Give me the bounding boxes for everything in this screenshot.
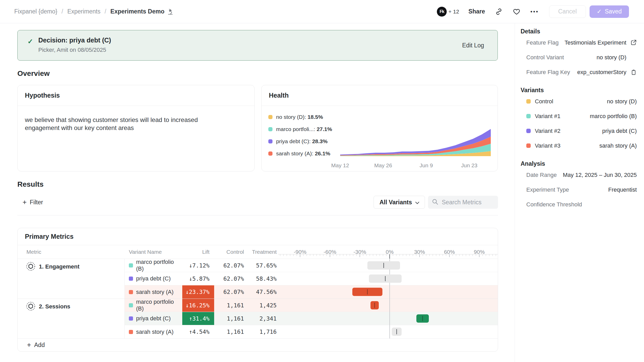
primary-metrics-card: Primary Metrics Metric Variant Name Lift… xyxy=(17,228,498,352)
confidence-interval-bar xyxy=(352,288,382,296)
detail-value: Testimonials Experiment xyxy=(565,39,626,46)
control-value-cell: 1,161 xyxy=(214,312,246,325)
add-metric-button[interactable]: + Add xyxy=(18,338,498,351)
saved-button[interactable]: ✓ Saved xyxy=(590,5,629,18)
search-input[interactable] xyxy=(441,199,493,206)
add-filter-button[interactable]: + Filter xyxy=(23,199,43,206)
metric-group: 2. Sessionsmarco portfolio (B)↓16.25%1,1… xyxy=(18,299,498,338)
confidence-interval-marker xyxy=(383,263,384,268)
table-row[interactable]: priya debt (C)↑31.4%1,1612,341 xyxy=(125,312,498,325)
results-toolbar: + Filter All Variants xyxy=(17,196,498,209)
variant-name-cell: priya debt (C) xyxy=(125,312,182,325)
treatment-value-cell: 58.43% xyxy=(246,272,278,285)
column-header-variant: Variant Name xyxy=(125,245,182,259)
legend-swatch xyxy=(268,127,272,131)
axis-tick-label: -90% xyxy=(294,249,306,255)
favorite-heart-icon[interactable] xyxy=(513,8,521,16)
variant-color-chip xyxy=(526,114,531,118)
confidence-interval-cell xyxy=(278,272,498,285)
external-link-icon[interactable] xyxy=(626,39,637,46)
confidence-interval-cell xyxy=(278,299,498,312)
detail-value: no story (D) xyxy=(597,54,626,61)
lift-cell: ↓5.87% xyxy=(182,272,214,285)
analysis-heading: Analysis xyxy=(521,160,637,168)
share-button[interactable]: Share xyxy=(468,8,485,15)
breadcrumb-item[interactable]: Experiments xyxy=(67,8,101,15)
avatar[interactable]: Fk xyxy=(437,7,447,17)
column-header-control: Control xyxy=(214,245,246,259)
confidence-interval-marker xyxy=(367,289,368,294)
lift-cell: ↑4.54% xyxy=(182,325,214,338)
variant-label: Control xyxy=(535,98,553,105)
health-area-chart: May 12May 26Jun 9Jun 23 xyxy=(340,106,491,170)
treatment-value-cell: 1,716 xyxy=(246,325,278,338)
variant-name: marco portfolio (B) xyxy=(136,299,182,312)
table-row[interactable]: priya debt (C)↓5.87%62.07%58.43% xyxy=(125,272,498,285)
confidence-interval-cell xyxy=(278,285,498,299)
control-value-cell: 62.07% xyxy=(214,272,246,285)
variant-name: sarah story (A) xyxy=(136,329,173,335)
variant-value: priya debt (C) xyxy=(602,128,637,134)
overview-heading: Overview xyxy=(17,69,498,78)
breadcrumb-separator: / xyxy=(104,8,106,15)
copy-icon[interactable] xyxy=(626,69,637,75)
metric-cell[interactable]: 2. Sessions xyxy=(18,299,125,338)
confidence-interval-cell xyxy=(278,325,498,338)
variant-name-cell: priya debt (C) xyxy=(125,272,182,285)
confidence-interval-bar xyxy=(370,301,379,309)
decision-check-icon: ✓ xyxy=(27,38,33,46)
divider xyxy=(17,215,498,215)
treatment-value-cell: 1,425 xyxy=(246,299,278,312)
variant-name-cell: marco portfolio (B) xyxy=(125,259,182,272)
decision-banner: ✓ Decision: priya debt (C) Picker, Amit … xyxy=(17,30,498,61)
variant-color-chip xyxy=(129,316,133,321)
confidence-interval-cell xyxy=(278,312,498,325)
metric-cell[interactable]: 1. Engagement xyxy=(18,259,125,299)
variant-name-cell: sarah story (A) xyxy=(125,325,182,338)
table-row[interactable]: sarah story (A)↓23.37%62.07%47.56% xyxy=(125,285,498,299)
table-row[interactable]: marco portfolio (B)↓7.12%62.07%57.65% xyxy=(125,259,498,272)
variant-filter-dropdown[interactable]: All Variants xyxy=(374,196,425,209)
variant-color-chip xyxy=(526,129,531,133)
variant-name-cell: sarah story (A) xyxy=(125,285,182,299)
collaborator-count[interactable]: + 12 xyxy=(448,9,459,15)
table-row[interactable]: marco portfolio (B)↓16.25%1,1611,425 xyxy=(125,299,498,312)
confidence-interval-cell xyxy=(278,259,498,272)
chevron-down-icon xyxy=(415,199,419,206)
metric-group: 1. Engagementmarco portfolio (B)↓7.12%62… xyxy=(18,259,498,299)
detail-value: exp_customerStory xyxy=(577,69,626,76)
variant-name-cell: marco portfolio (B) xyxy=(125,299,182,312)
health-legend: no story (D): 18.5%marco portfoli...: 27… xyxy=(268,106,337,170)
copy-link-icon[interactable] xyxy=(495,8,503,16)
axis-tick-label: -60% xyxy=(324,249,336,255)
variant-name: priya debt (C) xyxy=(136,315,171,322)
metric-name: 2. Sessions xyxy=(39,301,70,338)
health-title: Health xyxy=(262,85,498,106)
confidence-interval-bar xyxy=(369,274,402,283)
cancel-button[interactable]: Cancel xyxy=(549,5,586,18)
variants-section: Variants Controlno story (D)Variant #1ma… xyxy=(521,86,637,153)
breadcrumb-item[interactable]: Experiments Demo xyxy=(110,8,174,15)
axis-tick-label: 0% xyxy=(386,249,394,255)
primary-metrics-title: Primary Metrics xyxy=(18,228,498,245)
topbar: Fixpanel {demo}/Experiments/Experiments … xyxy=(0,0,644,23)
axis-tick-label: 90% xyxy=(474,249,485,255)
hypothesis-text: we believe that showing customer stories… xyxy=(18,106,233,132)
legend-label: sarah story (A): 26.1% xyxy=(276,150,330,157)
variant-label: Variant #1 xyxy=(535,113,561,120)
breadcrumb-item[interactable]: Fixpanel {demo} xyxy=(14,8,57,15)
axis-tick-label: -30% xyxy=(353,249,366,255)
variant-color-chip xyxy=(129,263,133,267)
variant-rows: marco portfolio (B)↓7.12%62.07%57.65%pri… xyxy=(125,259,498,299)
analysis-label: Date Range xyxy=(526,172,557,178)
lift-cell: ↑31.4% xyxy=(182,312,214,325)
analysis-value: Frequentist xyxy=(608,186,637,193)
main-content: ✓ Decision: priya debt (C) Picker, Amit … xyxy=(0,23,515,362)
table-row[interactable]: sarah story (A)↑4.54%1,1611,716 xyxy=(125,325,498,338)
edit-log-button[interactable]: Edit Log xyxy=(462,42,484,49)
variant-rows: marco portfolio (B)↓16.25%1,1611,425priy… xyxy=(125,299,498,338)
metric-search[interactable] xyxy=(428,196,498,209)
more-options-icon[interactable]: ••• xyxy=(530,8,539,15)
microscope-icon xyxy=(167,8,174,15)
column-header-lift: Lift xyxy=(182,245,214,259)
